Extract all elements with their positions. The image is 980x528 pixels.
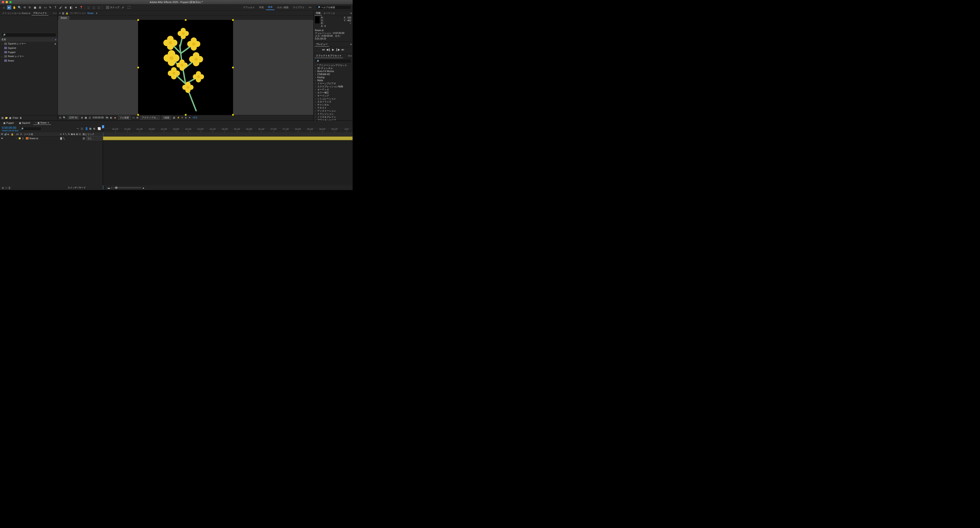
pixel-aspect-icon[interactable]: ▥ [173, 116, 175, 119]
hide-shy-icon[interactable]: 👤 [85, 127, 88, 130]
transform-handle[interactable] [137, 114, 139, 116]
snap-opt2-icon[interactable]: ⛶ [127, 5, 131, 10]
audio-tab[interactable]: オーディオ [322, 11, 337, 16]
exposure-value[interactable]: +0.0 [192, 116, 197, 119]
workspace-learn[interactable]: 学習 [257, 5, 266, 10]
close-window-button[interactable] [2, 1, 4, 3]
mask-icon[interactable]: ◫ [89, 116, 91, 119]
effects-category[interactable]: ›トランジション [313, 112, 353, 115]
effects-category[interactable]: ›シミュレーション [313, 97, 353, 100]
effects-category[interactable]: ›チャンネル [313, 103, 353, 106]
twirl-icon[interactable]: › [315, 107, 317, 109]
effects-category[interactable]: ›CINEMA 4D [313, 73, 353, 76]
magnify-icon[interactable]: 🔍 [63, 116, 66, 119]
comp-tab-menu-icon[interactable]: ≡ [96, 12, 97, 14]
workspace-standard[interactable]: 標準 [266, 5, 275, 10]
audio-col-icon[interactable]: 🔊 [4, 133, 7, 135]
tab-menu-icon[interactable]: ≡ [48, 121, 49, 124]
workspace-default[interactable]: デフォルト [241, 5, 257, 10]
play-button[interactable]: ▶ [332, 48, 334, 51]
timeline-search-input[interactable] [21, 127, 41, 130]
panel-menu-icon[interactable]: ≡ » [348, 54, 352, 57]
camera-dropdown[interactable]: アクティブカ… [140, 116, 160, 120]
layer-duration-bar[interactable] [103, 137, 353, 140]
close-icon[interactable]: × [35, 121, 37, 124]
prev-frame-button[interactable]: ◀❙ [326, 48, 331, 51]
effect-controls-tab[interactable]: クトコントロール flower.ai [1, 11, 32, 16]
transform-handle[interactable] [232, 19, 234, 21]
effects-category[interactable]: ›スタイライズ [313, 100, 353, 103]
twirl-icon[interactable]: › [2, 55, 3, 58]
effects-search-input[interactable] [315, 59, 351, 63]
roi-icon[interactable]: ▭ [132, 116, 135, 119]
new-folder-icon[interactable]: 📁 [5, 116, 8, 119]
comp-flow-icon[interactable]: ▥ [62, 12, 64, 14]
source-name-header[interactable]: ソース名 [23, 133, 59, 136]
timeline-zoom-slider[interactable] [113, 187, 142, 188]
comp-name[interactable]: flower [88, 12, 94, 14]
first-frame-button[interactable]: ⏮ [322, 48, 325, 51]
grid-icon[interactable]: ▦ [85, 116, 87, 119]
pan-behind-tool[interactable]: ⊞ [38, 5, 42, 10]
twirl-icon[interactable]: › [315, 88, 317, 91]
twirl-icon[interactable]: › [315, 110, 317, 112]
twirl-icon[interactable]: › [315, 82, 317, 85]
lock-col-icon[interactable]: 🔒 [11, 133, 14, 135]
twirl-icon[interactable]: › [315, 70, 317, 73]
timeline-icon[interactable]: ≡ [181, 116, 183, 119]
show-channel-icon[interactable]: ◐ [110, 116, 112, 119]
effects-category[interactable]: ›イマーシブビデオ [313, 82, 353, 85]
twirl-icon[interactable]: › [315, 64, 317, 67]
twirl-icon[interactable]: › [315, 73, 317, 76]
snap-checkbox[interactable]: ✓ [106, 6, 109, 9]
solo-col-icon[interactable]: ● [8, 133, 10, 135]
time-ruler[interactable]: 00:15f01:00f01:15f02:00f02:15f03:00f03:1… [103, 128, 353, 132]
exposure-reset-icon[interactable]: ☀ [189, 116, 191, 119]
zoom-slider-knob[interactable] [115, 186, 118, 189]
effects-category[interactable]: ›3D チャンネル [313, 67, 353, 70]
zoom-out-icon[interactable]: ▬ [108, 186, 110, 189]
draft3d-icon[interactable]: ◫ [81, 127, 84, 130]
zoom-min-icon[interactable]: ○ [111, 186, 112, 189]
home-icon[interactable]: ⌂ [2, 5, 6, 10]
twirl-icon[interactable]: › [315, 79, 317, 82]
bpc-toggle[interactable]: 8 bpc [13, 116, 18, 119]
effects-category[interactable]: ›テキスト [313, 106, 353, 109]
current-time[interactable]: 0:00:00:00 [93, 116, 103, 119]
orbit-tool[interactable]: ⟲ [22, 5, 27, 10]
snapshot-icon[interactable]: 📷 [105, 116, 108, 119]
transform-handle[interactable] [137, 19, 139, 21]
fast-preview-icon[interactable]: ⚡ [177, 116, 180, 119]
next-frame-button[interactable]: ❙▶ [336, 48, 340, 51]
twirl-icon[interactable]: › [315, 67, 317, 70]
alpha-icon[interactable]: ⊡ [59, 116, 61, 119]
lock-icon[interactable]: 🔒 [65, 12, 68, 14]
layers-right[interactable] [103, 137, 353, 185]
rect-tool[interactable]: ▭ [43, 5, 47, 10]
time-ruler-area[interactable]: 00:15f01:00f01:15f02:00f02:15f03:00f03:1… [103, 125, 353, 132]
effects-category[interactable]: ›Keying [313, 76, 353, 79]
label-col-icon[interactable]: 🏷 [16, 133, 19, 135]
motion-blur-icon[interactable]: ◐ [93, 127, 97, 130]
effects-category[interactable]: ›Matte [313, 79, 353, 82]
axis-world-icon[interactable]: ◫ [92, 5, 96, 10]
workspace-small[interactable]: 小さい画面 [275, 5, 290, 10]
toggle-switches-icon[interactable]: ⊡ [2, 186, 4, 189]
workspace-library[interactable]: ライブラリ [291, 5, 306, 10]
comp-mini-flowchart-icon[interactable]: ⤳ [76, 127, 80, 130]
project-list-header[interactable]: 名前 ▾ [0, 37, 57, 42]
minimize-window-button[interactable] [6, 1, 8, 3]
transform-handle[interactable] [232, 67, 234, 68]
zoom-tool[interactable]: 🔍 [18, 5, 22, 10]
transform-handle[interactable] [232, 114, 234, 116]
panel-menu-icon[interactable]: ≡ [350, 12, 352, 14]
parent-dropdown[interactable]: なし [86, 136, 103, 140]
transparency-icon[interactable]: ⊞ [137, 116, 138, 119]
preview-tab[interactable]: プレビュー [315, 42, 329, 46]
res-icon[interactable]: ⊞ [81, 116, 83, 119]
project-tab[interactable]: プロジェクト [32, 11, 48, 16]
twirl-icon[interactable]: › [315, 85, 317, 88]
axis-view-icon[interactable]: ◫ [97, 5, 101, 10]
effects-category[interactable]: ›カラー補正 [313, 91, 353, 94]
info-tab[interactable]: 情報 [315, 11, 322, 16]
